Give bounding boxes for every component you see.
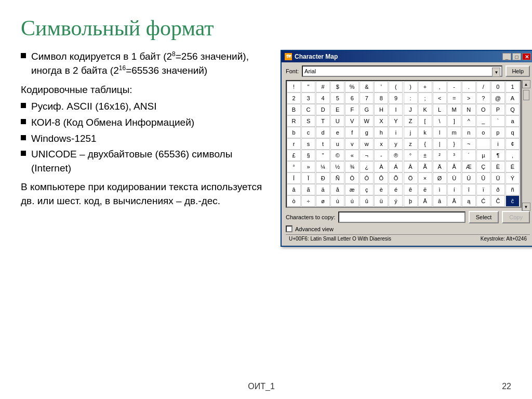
char-cell[interactable]: î: [462, 184, 476, 195]
char-cell[interactable]: Ù: [447, 172, 461, 184]
char-cell[interactable]: ^: [462, 115, 476, 127]
char-cell[interactable]: t: [316, 138, 330, 150]
char-cell[interactable]: E: [330, 104, 344, 115]
char-cell[interactable]: n: [462, 127, 476, 138]
char-cell[interactable]: ]: [447, 115, 461, 127]
char-cell[interactable]: Ã: [418, 161, 432, 172]
char-cell[interactable]: æ: [345, 184, 359, 195]
char-cell[interactable]: Ă: [447, 195, 461, 207]
char-cell[interactable]: 4: [316, 92, 330, 104]
char-cell[interactable]: V: [345, 115, 359, 127]
char-cell[interactable]: +: [418, 81, 432, 92]
window-controls[interactable]: _ □ ✕: [502, 53, 531, 60]
char-cell[interactable]: $: [330, 81, 344, 92]
scroll-up-button[interactable]: ▲: [522, 80, 530, 88]
char-cell[interactable]: ā: [433, 195, 447, 207]
chars-to-copy-input[interactable]: [338, 211, 465, 223]
char-cell[interactable]: Y: [389, 115, 403, 127]
font-select[interactable]: Arial ▼: [302, 65, 502, 77]
char-cell[interactable]: Â: [404, 161, 418, 172]
char-grid-inner[interactable]: !"#$%&'()+,-./0123456789:;<=>?@ABCDEFGHI…: [287, 81, 521, 207]
char-cell[interactable]: û: [360, 195, 374, 207]
char-cell[interactable]: >: [462, 92, 476, 104]
char-cell[interactable]: ä: [316, 184, 330, 195]
char-cell[interactable]: R: [287, 115, 301, 127]
scroll-down-button[interactable]: ▼: [522, 203, 530, 211]
char-cell[interactable]: ,: [433, 81, 447, 92]
char-cell[interactable]: l: [433, 127, 447, 138]
char-cell[interactable]: Ĉ: [491, 195, 505, 207]
char-cell[interactable]: Ï: [301, 172, 315, 184]
char-cell[interactable]: X: [374, 115, 388, 127]
char-cell[interactable]: ": [316, 150, 330, 161]
char-cell[interactable]: 8: [374, 92, 388, 104]
char-cell[interactable]: G: [360, 104, 374, 115]
char-cell[interactable]: ³: [447, 150, 461, 161]
char-cell[interactable]: §: [301, 150, 315, 161]
char-cell[interactable]: ÷: [301, 195, 315, 207]
char-cell[interactable]: ~: [462, 138, 476, 150]
char-cell[interactable]: 5: [330, 92, 344, 104]
char-cell[interactable]: F: [345, 104, 359, 115]
minimize-button[interactable]: _: [502, 53, 511, 60]
char-cell[interactable]: [: [418, 115, 432, 127]
char-cell[interactable]: £: [287, 150, 301, 161]
char-cell[interactable]: ü: [374, 195, 388, 207]
char-cell[interactable]: °: [287, 161, 301, 172]
char-cell[interactable]: |: [433, 138, 447, 150]
char-cell[interactable]: å: [330, 184, 344, 195]
char-cell[interactable]: ¶: [491, 150, 505, 161]
char-cell[interactable]: ): [404, 81, 418, 92]
char-cell[interactable]: \: [433, 115, 447, 127]
char-cell[interactable]: ý: [389, 195, 403, 207]
char-cell[interactable]: (: [389, 81, 403, 92]
char-cell[interactable]: Q: [506, 104, 520, 115]
char-cell[interactable]: /: [476, 81, 490, 92]
char-cell[interactable]: .: [462, 81, 476, 92]
char-cell[interactable]: ,: [506, 150, 520, 161]
char-cell[interactable]: c: [301, 127, 315, 138]
char-cell[interactable]: i: [389, 127, 403, 138]
char-grid[interactable]: !"#$%&'()+,-./0123456789:;<=>?@ABCDEFGHI…: [286, 80, 522, 208]
char-cell[interactable]: H: [374, 104, 388, 115]
char-cell[interactable]: A: [506, 92, 520, 104]
char-cell[interactable]: ;: [418, 92, 432, 104]
char-cell[interactable]: Á: [389, 161, 403, 172]
char-cell[interactable]: 3: [301, 92, 315, 104]
char-cell[interactable]: :: [404, 92, 418, 104]
close-button[interactable]: ✕: [522, 53, 531, 60]
char-cell[interactable]: s: [301, 138, 315, 150]
char-cell[interactable]: {: [418, 138, 432, 150]
char-cell[interactable]: 1: [506, 81, 520, 92]
font-dropdown-arrow[interactable]: ▼: [492, 68, 500, 77]
char-cell[interactable]: Ú: [462, 172, 476, 184]
char-cell[interactable]: N: [462, 104, 476, 115]
char-cell[interactable]: L: [433, 104, 447, 115]
char-cell[interactable]: Ü: [491, 172, 505, 184]
char-cell[interactable]: Õ: [389, 172, 403, 184]
char-cell[interactable]: ú: [345, 195, 359, 207]
char-cell[interactable]: ù: [330, 195, 344, 207]
char-cell[interactable]: -: [374, 150, 388, 161]
char-cell[interactable]: m: [447, 127, 461, 138]
char-cell[interactable]: &: [360, 81, 374, 92]
char-cell[interactable]: ½: [330, 161, 344, 172]
char-cell[interactable]: ç: [360, 184, 374, 195]
char-cell[interactable]: K: [418, 104, 432, 115]
char-cell[interactable]: S: [301, 115, 315, 127]
char-cell[interactable]: ò: [287, 195, 301, 207]
char-cell[interactable]: é: [389, 184, 403, 195]
char-cell[interactable]: ?: [476, 92, 490, 104]
char-cell[interactable]: k: [418, 127, 432, 138]
char-cell[interactable]: d: [316, 127, 330, 138]
char-cell[interactable]: Ñ: [330, 172, 344, 184]
char-cell[interactable]: â: [287, 184, 301, 195]
char-cell[interactable]: #: [316, 81, 330, 92]
char-cell[interactable]: T: [316, 115, 330, 127]
char-cell[interactable]: I: [389, 104, 403, 115]
char-cell[interactable]: 2: [287, 92, 301, 104]
grid-scrollbar[interactable]: ▲ ▼: [522, 80, 530, 211]
char-cell[interactable]: B: [287, 104, 301, 115]
char-cell[interactable]: w: [360, 138, 374, 150]
char-cell[interactable]: Ç: [476, 161, 490, 172]
